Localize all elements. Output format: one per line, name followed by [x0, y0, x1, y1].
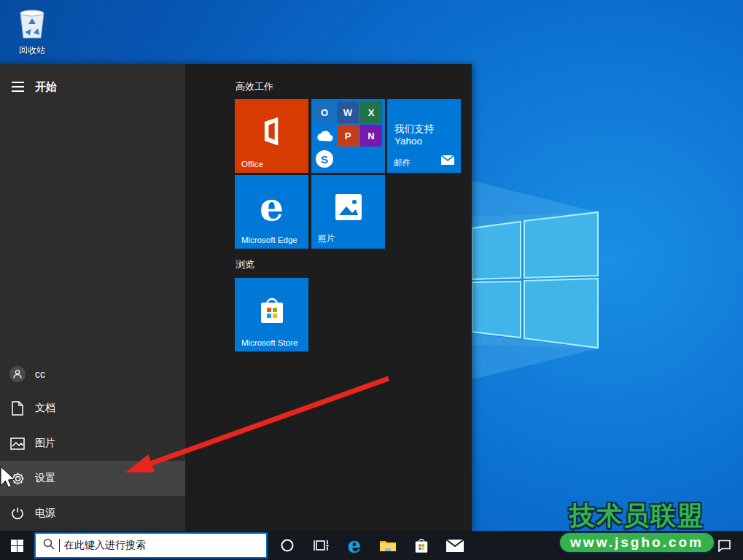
- word-icon: W: [337, 101, 359, 123]
- folder-icon: [379, 539, 397, 553]
- tile-office[interactable]: Office: [235, 99, 308, 173]
- start-button[interactable]: [0, 531, 34, 560]
- sidebar-pictures-label: 图片: [35, 437, 55, 450]
- start-menu: 开始 cc 文档 图片: [0, 64, 472, 531]
- sidebar-item-power[interactable]: 电源: [0, 496, 185, 531]
- skype-icon: S: [316, 150, 333, 168]
- text-caret: [59, 539, 60, 552]
- sidebar-item-settings[interactable]: 设置: [0, 461, 185, 496]
- mail-taskbar-button[interactable]: [438, 531, 472, 560]
- watermark-title: 技术员联盟: [559, 502, 715, 530]
- store-taskbar-button[interactable]: [405, 531, 438, 560]
- store-bag-icon: [413, 537, 429, 554]
- recycle-bin-label: 回收站: [6, 44, 58, 57]
- store-icon: [235, 285, 308, 334]
- task-view-button[interactable]: [304, 531, 338, 560]
- edge-icon: e: [348, 535, 361, 556]
- recycle-bin-icon: [16, 29, 48, 42]
- tile-store[interactable]: Microsoft Store: [235, 278, 308, 351]
- cortana-button[interactable]: [271, 531, 304, 560]
- mail-tile-message: 我们支持 Yahoo: [394, 122, 461, 147]
- sidebar-item-pictures[interactable]: 图片: [0, 426, 185, 461]
- tile-edge-label: Microsoft Edge: [241, 236, 297, 244]
- taskbar: 在此键入进行搜索 e: [0, 531, 743, 560]
- photos-icon: [311, 182, 385, 231]
- power-icon: [0, 507, 35, 520]
- tile-mail-label: 邮件: [394, 158, 411, 168]
- windows-logo-icon: [11, 540, 23, 552]
- onenote-icon: N: [360, 125, 382, 147]
- search-input[interactable]: 在此键入进行搜索: [34, 532, 268, 559]
- tile-photos-label: 照片: [318, 233, 335, 244]
- pictures-icon: [0, 438, 35, 450]
- task-view-icon: [313, 539, 329, 552]
- tile-office-label: Office: [241, 160, 263, 168]
- onedrive-icon: [314, 125, 335, 147]
- document-icon: [0, 401, 35, 416]
- user-avatar: [9, 366, 26, 382]
- mail-icon: [446, 540, 464, 552]
- sidebar-power-label: 电源: [35, 507, 55, 520]
- sidebar-settings-label: 设置: [35, 472, 55, 485]
- start-menu-title: 开始: [35, 80, 57, 94]
- edge-icon: e: [260, 188, 284, 226]
- tile-group-title-explore: 浏览: [236, 258, 254, 271]
- sidebar-documents-label: 文档: [35, 402, 55, 415]
- file-explorer-button[interactable]: [371, 531, 405, 560]
- tile-edge[interactable]: e Microsoft Edge: [235, 175, 308, 249]
- taskbar-clock[interactable]: 16:01: [669, 533, 691, 543]
- recycle-bin[interactable]: 回收站: [6, 6, 58, 57]
- desktop: 回收站 开始 cc 文档 图片: [0, 0, 743, 560]
- gear-icon: [0, 472, 35, 486]
- search-placeholder-text: 在此键入进行搜索: [64, 539, 146, 552]
- action-center-icon[interactable]: [717, 540, 731, 555]
- sidebar-item-documents[interactable]: 文档: [0, 391, 185, 426]
- sidebar-item-user[interactable]: cc: [0, 357, 185, 392]
- cortana-icon: [280, 538, 295, 553]
- tile-group-title-productivity: 高效工作: [236, 80, 273, 93]
- hamburger-menu-icon[interactable]: [0, 82, 35, 92]
- tile-photos[interactable]: 照片: [311, 175, 385, 249]
- mail-icon: [441, 155, 454, 168]
- tile-office-suite-folder[interactable]: O W X P N S: [311, 99, 385, 173]
- tile-store-label: Microsoft Store: [241, 338, 297, 347]
- tile-mail[interactable]: 我们支持 Yahoo 邮件: [387, 99, 461, 173]
- powerpoint-icon: P: [337, 125, 359, 147]
- excel-icon: X: [360, 101, 382, 123]
- outlook-icon: O: [314, 101, 335, 123]
- office-logo-icon: [235, 106, 308, 155]
- sidebar-user-label: cc: [35, 368, 45, 380]
- search-icon: [43, 538, 55, 553]
- edge-taskbar-button[interactable]: e: [338, 531, 371, 560]
